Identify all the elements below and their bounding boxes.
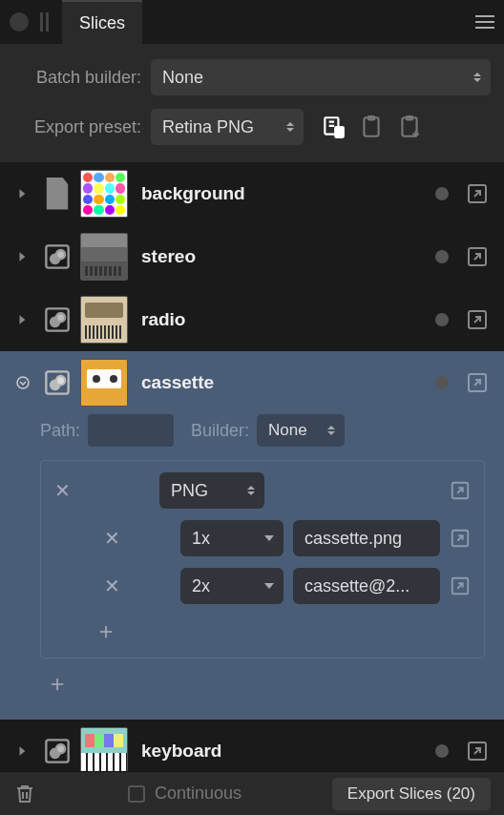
status-dot[interactable] xyxy=(435,187,449,200)
batch-builder-value: None xyxy=(162,68,203,88)
slice-thumbnail xyxy=(80,170,128,218)
chevron-updown-icon xyxy=(473,73,481,82)
slice-name: keyboard xyxy=(141,741,435,762)
add-output-button[interactable]: ＋ xyxy=(94,616,117,646)
save-preset-icon[interactable] xyxy=(321,115,346,139)
slice-thumbnail xyxy=(80,233,128,281)
svg-point-9 xyxy=(56,250,65,259)
slice-row[interactable]: background xyxy=(0,162,504,225)
layer-slice-icon xyxy=(44,738,71,764)
format-value: PNG xyxy=(171,481,208,501)
svg-point-25 xyxy=(56,744,65,753)
export-icon[interactable] xyxy=(466,371,489,394)
export-preset-value: Retina PNG xyxy=(162,117,254,137)
export-icon[interactable] xyxy=(450,480,471,501)
slice-name: background xyxy=(141,183,435,204)
disclosure-icon[interactable] xyxy=(15,186,31,201)
layer-slice-icon xyxy=(44,243,71,270)
slice-thumbnail xyxy=(80,359,128,407)
status-dot[interactable] xyxy=(435,744,449,758)
chevron-updown-icon xyxy=(247,486,255,495)
filename-field[interactable]: cassette.png xyxy=(293,520,440,556)
filename-field[interactable]: cassette@2... xyxy=(293,568,440,604)
slice-name: cassette xyxy=(141,372,435,393)
scale-dropdown[interactable]: 2x xyxy=(180,568,284,604)
export-icon[interactable] xyxy=(466,182,489,205)
status-dot[interactable] xyxy=(435,250,449,263)
copy-preset-icon[interactable] xyxy=(359,115,384,139)
filename-value: cassette@2... xyxy=(304,576,410,596)
builder-dropdown[interactable]: None xyxy=(257,414,345,447)
remove-output-button[interactable]: ✕ xyxy=(104,527,125,550)
disclosure-icon[interactable] xyxy=(15,312,31,327)
svg-rect-1 xyxy=(335,127,344,137)
chevron-updown-icon xyxy=(327,426,335,435)
slice-detail-panel: Path: Builder: None ✕ PNG ✕ 1x xyxy=(0,414,504,720)
slice-name: stereo xyxy=(141,246,435,267)
add-preset-icon[interactable] xyxy=(397,115,422,139)
path-input[interactable] xyxy=(88,414,174,447)
disclosure-open-icon[interactable] xyxy=(15,375,31,390)
continuous-checkbox[interactable] xyxy=(128,785,145,803)
status-dot[interactable] xyxy=(435,313,449,326)
svg-point-13 xyxy=(56,313,65,322)
export-slices-button[interactable]: Export Slices (20) xyxy=(332,778,491,810)
close-panel-button[interactable] xyxy=(10,12,29,31)
chevron-down-icon xyxy=(264,535,274,541)
chevron-updown-icon xyxy=(286,122,294,132)
remove-format-button[interactable]: ✕ xyxy=(54,479,75,502)
export-preset-label: Export preset: xyxy=(13,117,151,137)
export-icon[interactable] xyxy=(466,740,489,763)
chevron-down-icon xyxy=(264,583,274,589)
builder-value: None xyxy=(268,421,307,440)
trash-icon[interactable] xyxy=(13,783,36,805)
slice-thumbnail xyxy=(80,296,128,344)
disclosure-icon[interactable] xyxy=(15,743,31,759)
filename-value: cassette.png xyxy=(304,529,402,549)
export-preset-dropdown[interactable]: Retina PNG xyxy=(151,109,304,145)
svg-point-18 xyxy=(56,376,65,385)
slice-row[interactable]: radio xyxy=(0,288,504,351)
disclosure-icon[interactable] xyxy=(15,249,31,264)
layer-slice-icon xyxy=(44,369,71,396)
slice-row[interactable]: stereo xyxy=(0,225,504,288)
scale-value: 2x xyxy=(192,576,210,596)
batch-builder-dropdown[interactable]: None xyxy=(151,59,491,95)
slice-name: radio xyxy=(141,309,435,330)
slice-thumbnail xyxy=(80,727,128,775)
slice-row-selected[interactable]: cassette xyxy=(0,351,504,414)
builder-label: Builder: xyxy=(191,421,249,441)
svg-point-15 xyxy=(17,377,29,388)
page-icon xyxy=(44,180,71,207)
scale-value: 1x xyxy=(192,529,210,549)
export-icon[interactable] xyxy=(466,245,489,268)
remove-output-button[interactable]: ✕ xyxy=(104,575,125,597)
export-icon[interactable] xyxy=(450,528,471,549)
scale-dropdown[interactable]: 1x xyxy=(180,520,284,556)
format-dropdown[interactable]: PNG xyxy=(159,472,264,509)
panel-title-tab[interactable]: Slices xyxy=(62,0,142,44)
continuous-label: Continuous xyxy=(155,784,242,804)
status-dot[interactable] xyxy=(435,376,449,389)
path-label: Path: xyxy=(40,421,80,441)
menu-icon[interactable] xyxy=(475,15,494,29)
batch-builder-label: Batch builder: xyxy=(13,68,151,88)
export-icon[interactable] xyxy=(466,308,489,331)
export-icon[interactable] xyxy=(450,575,471,596)
drag-handle[interactable] xyxy=(40,12,49,31)
add-format-button[interactable]: ＋ xyxy=(46,668,485,699)
layer-slice-icon xyxy=(44,306,71,333)
